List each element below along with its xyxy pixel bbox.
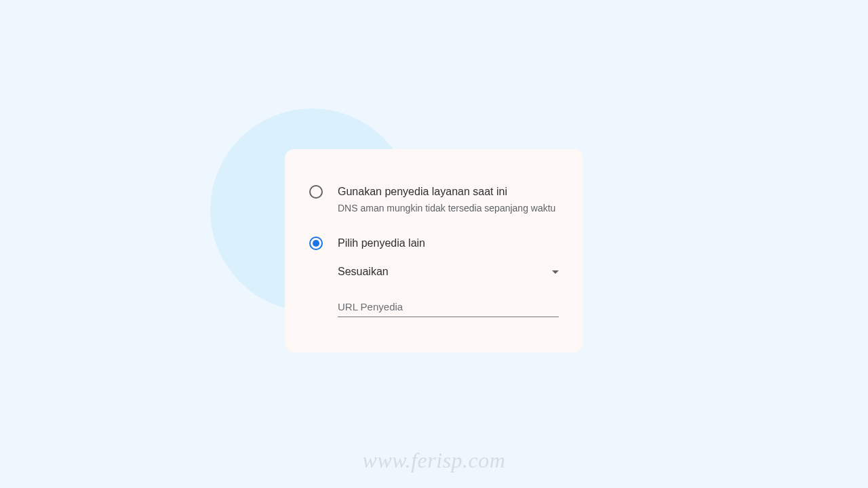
radio-label-other: Pilih penyedia lain bbox=[338, 236, 559, 251]
radio-option-other-provider[interactable]: Pilih penyedia lain Sesuaikan bbox=[309, 236, 559, 317]
provider-url-input[interactable] bbox=[338, 296, 559, 317]
radio-content: Pilih penyedia lain Sesuaikan bbox=[338, 236, 559, 317]
radio-icon bbox=[309, 185, 323, 199]
dropdown-selected-label: Sesuaikan bbox=[338, 266, 389, 278]
watermark-text: www.ferisp.com bbox=[363, 448, 506, 473]
radio-sublabel-current: DNS aman mungkin tidak tersedia sepanjan… bbox=[338, 202, 559, 216]
chevron-down-icon bbox=[552, 270, 559, 274]
radio-option-current-provider[interactable]: Gunakan penyedia layanan saat ini DNS am… bbox=[309, 184, 559, 216]
radio-label-current: Gunakan penyedia layanan saat ini bbox=[338, 184, 559, 199]
radio-content: Gunakan penyedia layanan saat ini DNS am… bbox=[338, 184, 559, 216]
provider-dropdown[interactable]: Sesuaikan bbox=[338, 262, 559, 282]
dns-settings-card: Gunakan penyedia layanan saat ini DNS am… bbox=[285, 149, 583, 352]
radio-icon-selected bbox=[309, 237, 323, 250]
